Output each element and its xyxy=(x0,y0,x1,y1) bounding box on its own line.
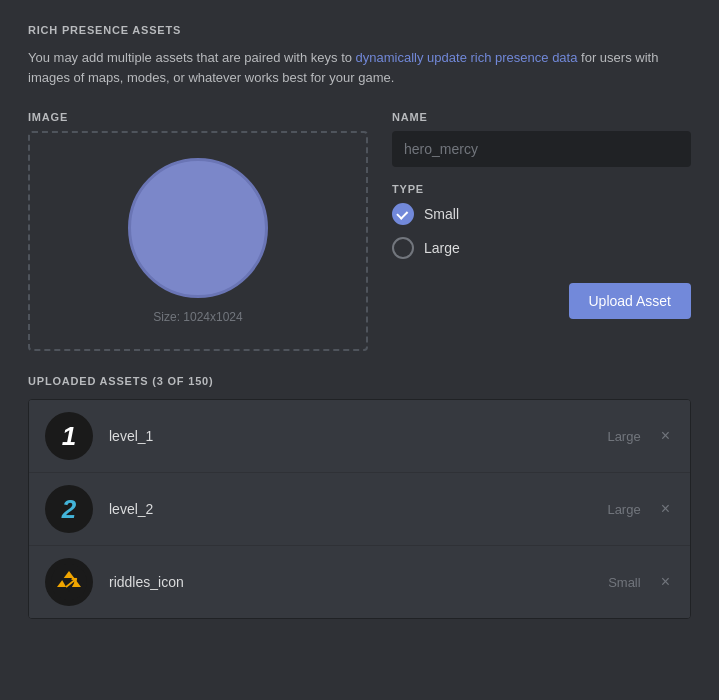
asset-name-1: level_1 xyxy=(109,428,607,444)
assets-section-title: Uploaded Assets (3 of 150) xyxy=(28,375,691,387)
image-section: Image Size: 1024x1024 xyxy=(28,111,368,351)
radio-large[interactable]: Large xyxy=(392,237,691,259)
description-link[interactable]: dynamically update rich presence data xyxy=(356,50,578,65)
assets-section: Uploaded Assets (3 of 150) 1 level_1 Lar… xyxy=(28,375,691,619)
svg-text:↗: ↗ xyxy=(63,574,78,591)
table-row: 2 level_2 Large × xyxy=(29,473,690,546)
image-label: Image xyxy=(28,111,368,123)
type-label: Type xyxy=(392,183,691,195)
radio-small[interactable]: Small xyxy=(392,203,691,225)
radio-large-circle xyxy=(392,237,414,259)
image-drop-area[interactable]: Size: 1024x1024 xyxy=(28,131,368,351)
asset-delete-riddles[interactable]: × xyxy=(657,573,674,591)
asset-type-2: Large xyxy=(607,502,640,517)
asset-type-1: Large xyxy=(607,429,640,444)
radio-small-label: Small xyxy=(424,206,459,222)
asset-delete-1[interactable]: × xyxy=(657,427,674,445)
description: You may add multiple assets that are pai… xyxy=(28,48,691,87)
asset-icon-2: 2 xyxy=(45,485,93,533)
table-row: ↗ riddles_icon Small × xyxy=(29,546,690,618)
table-row: 1 level_1 Large × xyxy=(29,400,690,473)
asset-name-riddles: riddles_icon xyxy=(109,574,608,590)
form-row: Image Size: 1024x1024 Name Type Sm xyxy=(28,111,691,351)
asset-number-2: 2 xyxy=(62,494,76,525)
image-size: Size: 1024x1024 xyxy=(153,310,242,324)
asset-name-2: level_2 xyxy=(109,501,607,517)
asset-icon-1: 1 xyxy=(45,412,93,460)
radio-large-label: Large xyxy=(424,240,460,256)
assets-list-scroll[interactable]: 1 level_1 Large × 2 level_2 Large × xyxy=(29,400,690,618)
radio-group: Small Large xyxy=(392,203,691,259)
asset-number-1: 1 xyxy=(62,421,76,452)
right-section: Name Type Small Large xyxy=(392,111,691,351)
name-field: Name xyxy=(392,111,691,167)
name-input[interactable] xyxy=(392,131,691,167)
asset-icon-riddles: ↗ xyxy=(45,558,93,606)
asset-delete-2[interactable]: × xyxy=(657,500,674,518)
riddles-icon: ↗ xyxy=(51,564,87,600)
name-label: Name xyxy=(392,111,691,123)
upload-asset-button[interactable]: Upload Asset xyxy=(569,283,692,319)
upload-row: Upload Asset xyxy=(392,283,691,319)
type-section: Type Small Large xyxy=(392,183,691,259)
radio-small-circle xyxy=(392,203,414,225)
section-title: Rich Presence Assets xyxy=(28,24,691,36)
assets-list-container: 1 level_1 Large × 2 level_2 Large × xyxy=(28,399,691,619)
asset-type-riddles: Small xyxy=(608,575,641,590)
image-preview xyxy=(128,158,268,298)
